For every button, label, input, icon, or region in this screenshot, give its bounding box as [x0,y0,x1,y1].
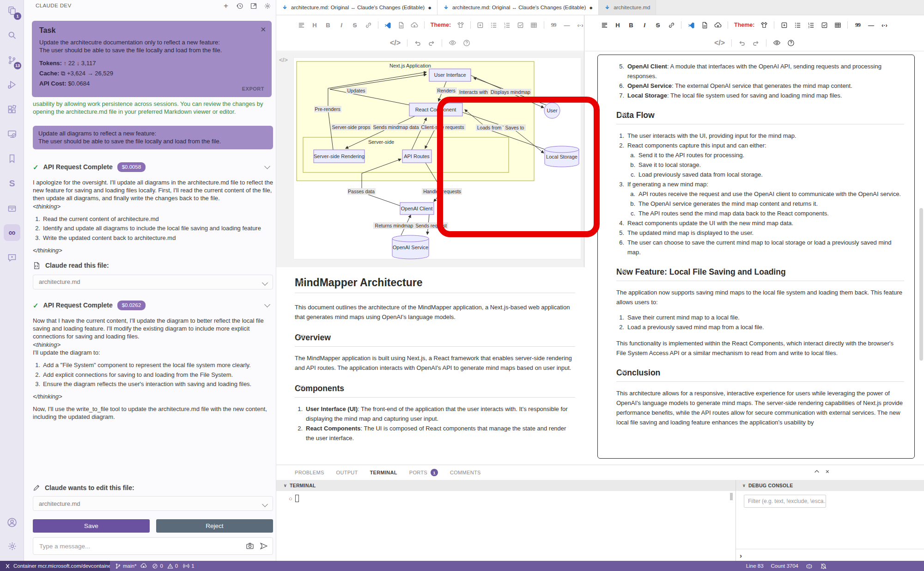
cloud-upload-icon[interactable] [714,21,722,29]
undo-icon[interactable] [414,39,421,47]
gear-icon[interactable] [263,1,272,11]
open-in-editor-icon[interactable] [249,1,258,11]
tab-diff-2[interactable]: architecture.md: Original ↔ Claude's Cha… [438,0,599,15]
theme-shirt-icon[interactable] [457,21,464,29]
table-icon[interactable] [530,22,538,29]
undo-icon[interactable] [738,39,746,47]
preview-eye-icon[interactable] [449,39,456,47]
tab-architecture-md[interactable]: architecture.md [599,0,656,15]
horizontal-rule-icon[interactable]: — [867,22,875,29]
heading-align-icon[interactable] [601,22,608,29]
settings-gear-icon[interactable] [4,538,20,554]
api-request-row[interactable]: ✓ API Request Complete $0.0058 [33,162,273,172]
remote-explorer-icon[interactable] [4,126,20,142]
s-extension-icon[interactable]: S [4,175,20,192]
camera-icon[interactable] [246,542,254,550]
heading-align-icon[interactable] [298,22,305,29]
claude-dev-icon[interactable]: ∞ [4,224,20,241]
account-icon[interactable] [4,514,20,531]
link-icon[interactable] [365,22,372,29]
tab-terminal[interactable]: TERMINAL [364,465,403,480]
insert-block-icon[interactable] [780,22,788,29]
strikethrough-icon[interactable]: S [351,22,359,29]
code-view-icon[interactable]: </> [714,39,725,47]
redo-icon[interactable] [428,39,435,47]
terminal-scrollbar[interactable] [730,493,733,500]
bold-icon[interactable]: B [627,22,635,29]
ordered-list-icon[interactable] [807,22,815,29]
chevron-down-icon[interactable] [264,163,270,169]
ports-status[interactable]: 1 [183,563,194,569]
search-icon[interactable] [4,27,20,43]
help-icon[interactable] [787,39,795,47]
tab-ports[interactable]: PORTS1 [403,465,444,480]
insert-block-icon[interactable] [477,22,484,29]
terminal-body[interactable]: ○ [276,491,736,561]
vscode-icon[interactable] [687,22,695,29]
export-button[interactable]: EXPORT [242,86,264,92]
heading-icon[interactable]: H [311,22,318,29]
inline-code-icon[interactable]: ‹·› [881,22,888,29]
blockquote-icon[interactable]: 99 [854,21,861,29]
redo-icon[interactable] [752,39,760,47]
branch-status[interactable]: main* [115,563,147,569]
blockquote-icon[interactable]: 99 [550,21,557,29]
bullet-list-icon[interactable] [490,22,498,29]
markdown-body-right[interactable]: 5.OpenAI Client: A module that interface… [597,55,915,459]
archive-icon[interactable] [4,200,20,216]
pdf-export-icon[interactable] [701,22,708,29]
tab-problems[interactable]: PROBLEMS [289,465,330,480]
inline-code-icon[interactable]: ‹·› [577,22,584,29]
bullet-list-icon[interactable] [794,22,801,29]
preview-eye-icon[interactable] [773,39,781,47]
file-pill-edit[interactable]: architecture.md [33,496,273,511]
editor-scrollbar[interactable] [919,208,923,361]
debug-console-prompt[interactable]: › [740,552,742,559]
terminal-section-header[interactable]: ∨TERMINAL [276,480,736,491]
ordered-list-icon[interactable] [504,22,511,29]
debug-console-section-header[interactable]: ∨DEBUG CONSOLE [736,480,924,491]
heading-icon[interactable]: H [614,22,621,29]
save-button[interactable]: Save [33,519,150,533]
extensions-icon[interactable] [4,101,20,118]
checkbox-icon[interactable] [821,22,828,29]
checkbox-icon[interactable] [517,22,524,29]
maximize-panel-icon[interactable] [814,468,820,475]
message-input[interactable]: Type a message... [33,537,273,555]
tab-comments[interactable]: COMMENTS [444,465,487,480]
code-view-icon[interactable]: </> [390,39,401,47]
pdf-export-icon[interactable] [397,22,405,29]
chevron-down-icon[interactable] [264,301,270,307]
reject-button[interactable]: Reject [156,519,273,533]
new-task-icon[interactable]: + [221,1,231,11]
problems-status[interactable]: 0 0 [152,563,178,569]
italic-icon[interactable]: I [338,22,345,29]
count-indicator[interactable]: Count 3704 [771,563,798,569]
tab-output[interactable]: OUTPUT [330,465,364,480]
close-icon[interactable]: ✕ [260,25,266,34]
send-icon[interactable] [260,542,268,550]
notifications-muted-icon[interactable] [820,563,827,570]
cloud-upload-icon[interactable] [411,21,418,29]
help-icon[interactable] [463,39,470,47]
table-icon[interactable] [834,22,841,29]
api-request-row[interactable]: ✓ API Request Complete $0.0262 [33,301,273,310]
tab-diff-1[interactable]: architecture.md: Original ↔ Claude's Cha… [276,0,438,15]
feedback-icon[interactable] [4,249,20,266]
link-icon[interactable] [668,22,675,29]
run-debug-icon[interactable] [4,76,20,93]
italic-icon[interactable]: I [641,22,648,29]
vscode-icon[interactable] [384,22,391,29]
bookmarks-icon[interactable] [4,150,20,167]
debug-filter-input[interactable]: Filter (e.g. text, !exclude, \esca... [744,495,826,508]
explorer-icon[interactable]: 1 [4,2,20,19]
theme-shirt-icon[interactable] [760,21,768,29]
close-panel-icon[interactable]: × [826,468,829,475]
remote-indicator[interactable]: Container mcr.microsoft.com/devcontainer… [0,561,110,571]
bold-icon[interactable]: B [324,22,332,29]
copilot-icon[interactable] [806,563,813,570]
strikethrough-icon[interactable]: S [654,22,662,29]
file-pill-read[interactable]: architecture.md [33,275,273,289]
code-block-icon[interactable]: </> [279,56,288,63]
history-icon[interactable] [235,1,244,11]
